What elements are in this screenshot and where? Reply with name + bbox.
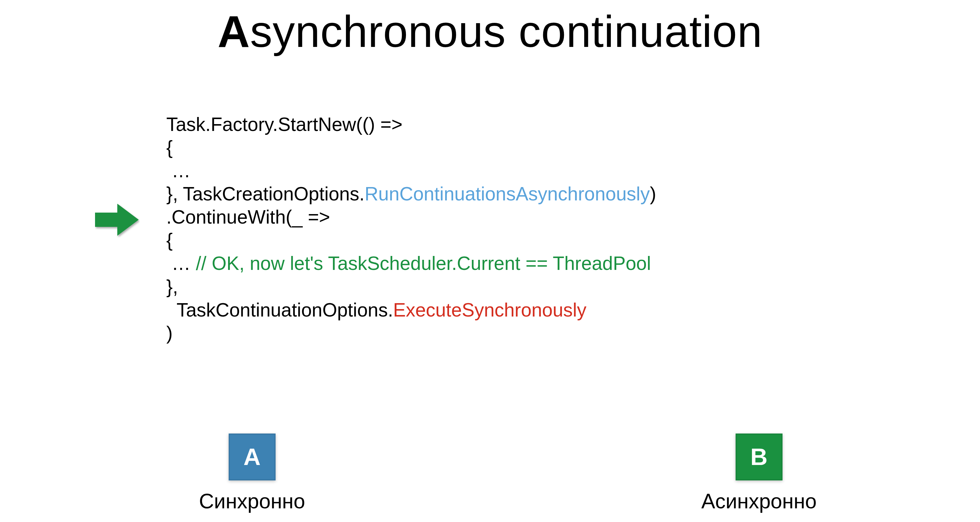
title-bold-initial: A xyxy=(218,6,250,56)
code-l8: }, xyxy=(166,276,178,298)
code-l2: { xyxy=(166,137,173,158)
code-l10: ) xyxy=(166,323,173,344)
slide: Asynchronous continuation Task.Factory.S… xyxy=(0,0,980,522)
code-l9-pre: TaskContinuationOptions. xyxy=(166,299,393,321)
code-l3: … xyxy=(166,160,191,181)
code-l5: .ContinueWith(_ => xyxy=(166,206,330,228)
code-l7-pre: … xyxy=(166,253,196,274)
option-b-label: Асинхронно xyxy=(701,489,817,513)
options-row: A Синхронно B Асинхронно xyxy=(0,433,980,513)
code-l1: Task.Factory.StartNew(() => xyxy=(166,114,402,135)
slide-title: Asynchronous continuation xyxy=(0,6,980,57)
option-b-tile[interactable]: B xyxy=(736,433,783,481)
code-l4-blue: RunContinuationsAsynchronously xyxy=(365,183,650,205)
code-l6: { xyxy=(166,229,173,251)
arrow-right-icon xyxy=(95,202,140,237)
code-l9-red: ExecuteSynchronously xyxy=(393,299,587,321)
code-l4-post: ) xyxy=(650,183,656,205)
code-l4-pre: }, TaskCreationOptions. xyxy=(166,183,365,205)
code-block: Task.Factory.StartNew(() => { … }, TaskC… xyxy=(166,113,656,345)
option-a: A Синхронно xyxy=(199,433,305,513)
option-a-tile[interactable]: A xyxy=(229,433,275,481)
title-rest: synchronous continuation xyxy=(250,6,762,56)
code-l7-green: // OK, now let's TaskScheduler.Current =… xyxy=(196,253,651,274)
option-b: B Асинхронно xyxy=(701,433,817,513)
option-a-label: Синхронно xyxy=(199,489,305,513)
